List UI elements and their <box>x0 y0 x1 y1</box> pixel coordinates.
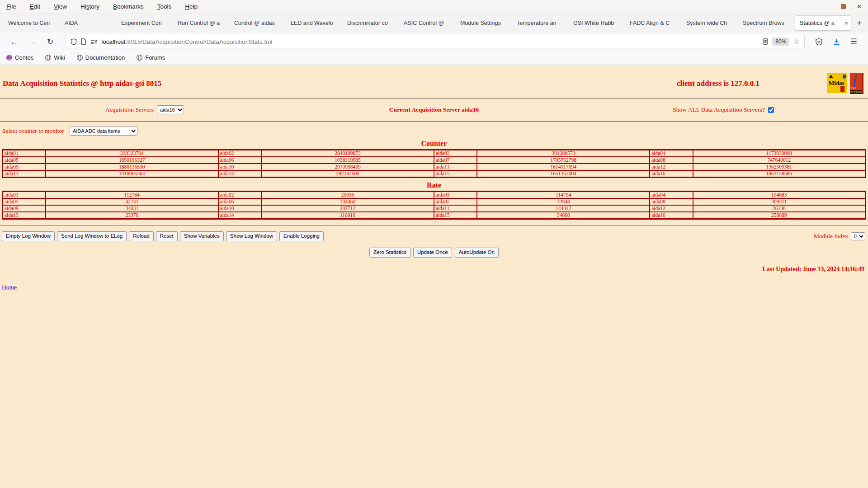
counter-monitor-row: Select counter to monitor AIDA ADC data … <box>0 124 868 136</box>
menu-file[interactable]: File <box>6 3 16 10</box>
tcl-logo-text: TCL <box>851 86 856 89</box>
show-variables-button[interactable]: Show Variables <box>180 231 224 241</box>
table-row: aida051850196327aida061038319585aida0717… <box>3 157 866 164</box>
bookmark-centos[interactable]: Centos <box>6 54 33 61</box>
last-updated-text: Last Updated: June 13, 2024 14:16:49 <box>0 266 864 273</box>
divider <box>0 99 868 99</box>
acquisition-server-select[interactable]: aida16 <box>157 105 184 114</box>
menu-bookmarks[interactable]: Bookmarks <box>113 3 144 10</box>
permissions-icon[interactable] <box>90 39 97 44</box>
pocket-save-icon[interactable] <box>815 38 823 46</box>
show-log-window-button[interactable]: Show Log Window <box>226 231 277 241</box>
back-icon[interactable]: ← <box>5 38 23 46</box>
url-text[interactable]: localhost:8015/DataAcquisitionControl/Da… <box>101 38 759 45</box>
current-server-cell: Current Acquisition Server aida16 <box>289 106 579 113</box>
stat-value: 33944 <box>477 198 650 205</box>
centos-icon <box>6 55 12 61</box>
stat-value: 25035 <box>261 192 434 199</box>
forward-icon[interactable]: → <box>23 38 42 46</box>
tab-fadc-align-c[interactable]: FADC Align & C <box>625 14 682 33</box>
new-tab-button[interactable]: + <box>851 18 867 28</box>
reload-button[interactable]: Reload <box>129 231 153 241</box>
stat-label: aida10 <box>218 164 261 170</box>
maximize-icon[interactable] <box>841 4 846 9</box>
stat-value: 1651352004 <box>477 170 650 178</box>
tab-spectrum-brows[interactable]: Spectrum Brows <box>738 14 795 33</box>
minimize-icon[interactable]: – <box>827 4 830 9</box>
url-path: :8015/DataAcquisitionControl/DataAcquisi… <box>126 38 273 45</box>
hamburger-menu-icon[interactable]: ☰ <box>847 38 861 46</box>
stat-value: 1614517694 <box>477 164 650 170</box>
tab-welcome-to-cen[interactable]: Welcome to Cen <box>4 14 60 33</box>
page-info-icon[interactable] <box>81 38 86 45</box>
enable-logging-button[interactable]: Enable Logging <box>279 231 324 241</box>
url-bar[interactable]: localhost:8015/DataAcquisitionControl/Da… <box>66 35 804 48</box>
tab-led-and-wavefo[interactable]: LED and Wavefo <box>286 14 343 33</box>
tab-aida[interactable]: AIDA <box>60 14 117 33</box>
current-server-text: Current Acquisition Server aida16 <box>389 106 479 113</box>
tab-discriminator-co[interactable]: Discriminator co <box>343 14 399 33</box>
toolbar-right-icons: ☰ <box>811 38 863 46</box>
stat-value: 258689 <box>693 212 866 219</box>
reset-button[interactable]: Reset <box>156 231 178 241</box>
downloads-icon[interactable] <box>833 38 840 46</box>
update-buttons-row: Zero StatisticsUpdate OnceAutoUpdate On <box>0 248 868 258</box>
tab-label: Control @ aidas <box>234 20 275 26</box>
table-row: aida0934031aida10287712aida11144342aida1… <box>3 205 866 212</box>
acquisition-servers-label: Acquisition Servers <box>105 106 154 113</box>
tab-module-settings[interactable]: Module Settings <box>456 14 512 33</box>
menu-tools[interactable]: Tools <box>157 3 172 10</box>
stat-value: 1863158586 <box>693 170 866 178</box>
bookmark-star-icon[interactable]: ☆ <box>793 38 799 46</box>
stat-value: 1318066364 <box>46 170 218 178</box>
tab-asic-control[interactable]: ASIC Control @ <box>399 14 456 33</box>
stat-label: aida14 <box>218 212 261 219</box>
stat-value: 301280573 <box>477 150 650 157</box>
autoupdate-on-button[interactable]: AutoUpdate On <box>455 248 499 258</box>
home-link[interactable]: Home <box>2 284 17 291</box>
stat-label: aida08 <box>650 157 693 164</box>
tab-label: System wide Ch <box>686 20 727 26</box>
log-buttons-group: Empty Log WindowSend Log Window to ELogR… <box>2 231 324 241</box>
bookmark-forums[interactable]: Forums <box>137 54 165 61</box>
tracking-protection-shield-icon[interactable] <box>71 38 77 45</box>
show-all-cell: Show ALL Data Acquisition Servers? <box>579 106 868 113</box>
tab-system-wide-ch[interactable]: System wide Ch <box>682 14 738 33</box>
stat-label: aida09 <box>3 205 46 212</box>
bookmark-documentation[interactable]: Documentation <box>77 54 125 61</box>
stat-value: 2848199873 <box>261 150 434 157</box>
zero-statistics-button[interactable]: Zero Statistics <box>369 248 410 258</box>
send-log-window-to-elog-button[interactable]: Send Log Window to ELog <box>57 231 127 241</box>
stat-value: 34031 <box>46 205 218 212</box>
update-once-button[interactable]: Update Once <box>413 248 452 258</box>
url-host: localhost <box>101 38 125 45</box>
close-window-icon[interactable]: ✕ <box>857 4 862 9</box>
tcl-powered-logo: TCL POWERED <box>850 73 863 94</box>
stat-value: 1038319585 <box>261 157 434 164</box>
close-tab-icon[interactable]: × <box>844 20 848 27</box>
menu-edit[interactable]: Edit <box>30 3 40 10</box>
reload-icon[interactable]: ↻ <box>42 38 59 46</box>
module-index-select[interactable]: 0 <box>851 232 865 240</box>
midas-logo: Midas <box>827 73 847 93</box>
tab-statistics-a[interactable]: Statistics @ a× <box>795 15 851 31</box>
reader-mode-icon[interactable] <box>763 38 768 45</box>
stat-value: 23370 <box>46 212 218 219</box>
tab-run-control-a[interactable]: Run Control @ a <box>173 14 230 33</box>
bookmarks-bar: CentosWikiDocumentationForums <box>0 51 868 65</box>
zoom-level-badge[interactable]: 80% <box>772 38 789 46</box>
empty-log-window-button[interactable]: Empty Log Window <box>2 231 55 241</box>
tab-experiment-con[interactable]: Experiment Con <box>117 14 173 33</box>
counter-monitor-select[interactable]: AIDA ADC data items <box>70 127 137 136</box>
tab-temperature-an[interactable]: Temperature an <box>512 14 569 33</box>
stat-value: 104683 <box>693 192 866 199</box>
globe-icon <box>137 55 142 61</box>
stat-label: aida11 <box>434 205 477 212</box>
tab-control-aidas[interactable]: Control @ aidas <box>230 14 286 33</box>
menu-help[interactable]: Help <box>185 3 198 10</box>
menu-history[interactable]: History <box>80 3 99 10</box>
tab-gsi-white-rabb[interactable]: GSI White Rabb <box>569 14 625 33</box>
menu-view[interactable]: View <box>54 3 67 10</box>
show-all-checkbox[interactable] <box>768 107 774 113</box>
bookmark-wiki[interactable]: Wiki <box>45 54 65 61</box>
